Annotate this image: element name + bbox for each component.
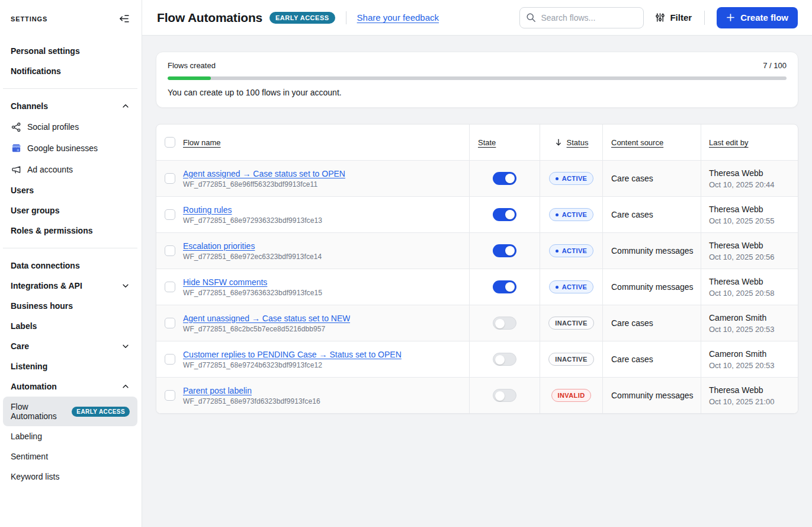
state-toggle[interactable] xyxy=(493,353,516,366)
chevron-down-icon[interactable] xyxy=(121,282,130,290)
flow-name-link[interactable]: Escalation priorities xyxy=(183,241,322,251)
sidebar-item-user-groups[interactable]: User groups xyxy=(3,200,137,221)
state-toggle[interactable] xyxy=(493,389,516,402)
row-checkbox[interactable] xyxy=(165,173,175,184)
status-badge: ACTIVE xyxy=(549,208,594,221)
sidebar-item-label: Integrations & API xyxy=(11,281,82,290)
column-label[interactable]: Flow name xyxy=(183,138,221,147)
column-label[interactable]: Status xyxy=(567,138,589,147)
flow-name-link[interactable]: Customer replies to PENDING Case → Statu… xyxy=(183,350,402,359)
sidebar-item-roles-permissions[interactable]: Roles & permissions xyxy=(3,221,137,241)
chevron-up-icon[interactable] xyxy=(121,382,130,391)
sidebar-item-keyword-lists[interactable]: Keyword lists xyxy=(3,467,137,487)
search-input[interactable] xyxy=(541,13,637,23)
state-cell xyxy=(469,233,540,269)
sidebar-item-label: Automation xyxy=(11,382,57,391)
state-toggle[interactable] xyxy=(493,244,516,257)
sidebar-item-listening[interactable]: Listening xyxy=(3,356,137,376)
flow-name-link[interactable]: Hide NSFW comments xyxy=(183,277,322,287)
row-checkbox[interactable] xyxy=(165,390,175,401)
sidebar-nav: Personal settingsNotificationsChannelsSo… xyxy=(0,24,142,487)
last-edit-cell: Theresa Webb Oct 10, 2025 20:55 xyxy=(701,197,798,232)
sidebar-item-ad-accounts[interactable]: Ad accounts xyxy=(3,159,137,180)
social-profiles-icon xyxy=(11,122,21,132)
row-checkbox[interactable] xyxy=(165,282,175,292)
toggle-knob xyxy=(505,210,515,219)
sidebar-item-notifications[interactable]: Notifications xyxy=(3,61,137,81)
flow-name-link[interactable]: Agent assigned → Case status set to OPEN xyxy=(183,169,345,178)
sidebar-item-label: Business hours xyxy=(11,301,73,311)
flow-name-link[interactable]: Agent unassigned → Case status set to NE… xyxy=(183,314,350,323)
column-header-status: Status xyxy=(540,124,602,160)
last-edit-cell: Theresa Webb Oct 10, 2025 20:58 xyxy=(701,269,798,305)
sidebar-item-flow-automations[interactable]: Flow AutomationsEARLY ACCESS xyxy=(3,397,137,426)
table-header-row: Flow name State Status Co xyxy=(156,124,798,160)
megaphone-icon xyxy=(11,164,21,175)
sidebar-item-personal-settings[interactable]: Personal settings xyxy=(3,41,137,61)
row-checkbox[interactable] xyxy=(165,245,175,256)
edit-date: Oct 10, 2025 20:58 xyxy=(709,289,775,298)
quota-count: 7 / 100 xyxy=(763,61,787,70)
status-cell: ACTIVE xyxy=(540,161,602,196)
status-cell: ACTIVE xyxy=(540,233,602,269)
search-icon xyxy=(526,12,536,23)
sidebar-item-labels[interactable]: Labels xyxy=(3,316,137,336)
row-checkbox[interactable] xyxy=(165,318,175,328)
select-all-checkbox[interactable] xyxy=(165,137,175,148)
flow-name-cell: Agent unassigned → Case status set to NE… xyxy=(156,305,469,341)
page-title: Flow Automations xyxy=(157,11,262,25)
last-edit-cell: Cameron Smith Oct 10, 2025 20:53 xyxy=(701,341,798,377)
sidebar-item-care[interactable]: Care xyxy=(3,336,137,356)
flow-name-block: Customer replies to PENDING Case → Statu… xyxy=(183,350,402,369)
status-label: ACTIVE xyxy=(562,211,588,218)
collapse-sidebar-button[interactable] xyxy=(117,13,131,24)
column-label[interactable]: Last edit by xyxy=(709,138,749,147)
last-edit-cell: Theresa Webb Oct 10, 2025 20:44 xyxy=(701,161,798,196)
sidebar-item-users[interactable]: Users xyxy=(3,180,137,200)
flow-name-cell: Routing rules WF_d772851_68e972936323bdf… xyxy=(156,197,469,232)
sidebar-item-label: Personal settings xyxy=(11,46,80,56)
state-cell xyxy=(469,305,540,341)
search-box[interactable] xyxy=(519,7,644,28)
row-checkbox[interactable] xyxy=(165,354,175,365)
status-cell: INACTIVE xyxy=(540,341,602,377)
row-checkbox[interactable] xyxy=(165,209,175,220)
state-toggle[interactable] xyxy=(493,172,516,185)
chevron-up-icon[interactable] xyxy=(121,102,130,110)
sidebar-item-social-profiles[interactable]: Social profiles xyxy=(3,116,137,138)
status-badge: ACTIVE xyxy=(549,172,594,185)
column-header-flow-name: Flow name xyxy=(156,124,469,160)
flow-name-link[interactable]: Parent post labelin xyxy=(183,386,320,395)
column-label[interactable]: State xyxy=(478,138,496,147)
flows-table: Flow name State Status Co xyxy=(156,124,798,414)
sort-descending-icon[interactable] xyxy=(554,138,563,146)
sidebar-item-google-businesses[interactable]: Google businesses xyxy=(3,138,137,159)
last-edit-cell: Theresa Webb Oct 10, 2025 21:00 xyxy=(701,378,798,413)
sidebar-item-sentiment[interactable]: Sentiment xyxy=(3,446,137,467)
edit-date: Oct 10, 2025 20:44 xyxy=(709,180,775,189)
sidebar-item-channels[interactable]: Channels xyxy=(3,96,137,116)
sidebar-item-business-hours[interactable]: Business hours xyxy=(3,296,137,316)
flow-id: WF_d772851_68e973fd6323bdf9913fce16 xyxy=(183,397,320,405)
table-row: Customer replies to PENDING Case → Statu… xyxy=(156,341,798,377)
sidebar-item-integrations-api[interactable]: Integrations & API xyxy=(3,276,137,296)
feedback-link[interactable]: Share your feedback xyxy=(357,12,439,23)
content-source-cell: Care cases xyxy=(602,305,701,341)
create-flow-button[interactable]: Create flow xyxy=(717,7,798,28)
chevron-down-icon[interactable] xyxy=(121,342,130,350)
filter-button[interactable]: Filter xyxy=(655,12,692,23)
sidebar-item-labeling[interactable]: Labeling xyxy=(3,426,137,446)
toggle-knob xyxy=(495,391,505,401)
sidebar-item-data-connections[interactable]: Data connections xyxy=(3,255,137,276)
state-cell xyxy=(469,378,540,413)
content-source-cell: Community messages xyxy=(602,233,701,269)
status-dot-icon xyxy=(556,213,559,216)
flow-name-cell: Agent assigned → Case status set to OPEN… xyxy=(156,161,469,196)
flow-name-link[interactable]: Routing rules xyxy=(183,205,322,215)
state-toggle[interactable] xyxy=(493,280,516,293)
state-toggle[interactable] xyxy=(493,208,516,221)
column-label[interactable]: Content source xyxy=(611,138,663,147)
state-toggle[interactable] xyxy=(493,317,516,330)
status-badge: INACTIVE xyxy=(548,317,594,330)
sidebar-item-automation[interactable]: Automation xyxy=(3,376,137,397)
